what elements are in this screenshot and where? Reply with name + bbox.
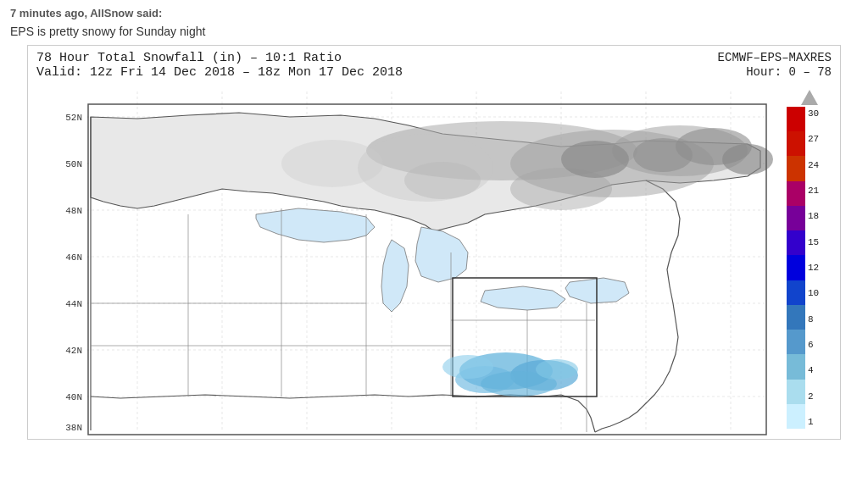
svg-point-39 xyxy=(561,141,629,178)
svg-text:44N: 44N xyxy=(65,299,82,309)
legend-block-27 xyxy=(787,131,805,156)
chart-valid-row: Valid: 12z Fri 14 Dec 2018 – 18z Mon 17 … xyxy=(36,65,832,80)
chart-hour: Hour: 0 – 78 xyxy=(746,65,832,79)
svg-text:42N: 42N xyxy=(65,346,82,356)
legend-area: 30 27 24 21 18 15 12 10 8 6 4 2 xyxy=(781,83,840,439)
svg-text:50N: 50N xyxy=(65,159,82,169)
legend-label-30: 30 xyxy=(808,108,819,119)
svg-text:38N: 38N xyxy=(65,423,82,433)
chart-container: 78 Hour Total Snowfall (in) – 10:1 Ratio… xyxy=(27,45,841,440)
svg-point-50 xyxy=(536,359,578,380)
chart-body: 52N 50N 48N 46N 44N 42N 40N 38N xyxy=(28,83,840,439)
legend-labels: 30 27 24 21 18 15 12 10 8 6 4 2 xyxy=(808,107,819,429)
chart-title: 78 Hour Total Snowfall (in) – 10:1 Ratio xyxy=(36,51,342,65)
legend-label-8: 8 xyxy=(808,314,819,324)
legend-block-15 xyxy=(787,230,805,255)
svg-point-44 xyxy=(281,140,383,187)
legend-label-4: 4 xyxy=(808,365,819,375)
legend-label-27: 27 xyxy=(808,134,819,144)
post-description: EPS is pretty snowy for Sunday night xyxy=(10,25,858,38)
svg-text:48N: 48N xyxy=(65,206,82,216)
page-container: 7 minutes ago, AllSnow said: EPS is pret… xyxy=(0,0,868,488)
legend-block-21 xyxy=(787,181,805,206)
legend-label-18: 18 xyxy=(808,211,819,221)
legend-label-12: 12 xyxy=(808,263,819,273)
svg-point-49 xyxy=(442,355,493,379)
legend-block-12 xyxy=(787,255,805,280)
chart-source: ECMWF–EPS–MAXRES xyxy=(718,51,832,64)
legend-colors xyxy=(787,107,805,429)
svg-text:40N: 40N xyxy=(65,392,82,402)
svg-text:52N: 52N xyxy=(65,113,82,123)
chart-valid: Valid: 12z Fri 14 Dec 2018 – 18z Mon 17 … xyxy=(36,65,403,80)
chart-title-row: 78 Hour Total Snowfall (in) – 10:1 Ratio… xyxy=(36,51,832,65)
map-svg: 52N 50N 48N 46N 44N 42N 40N 38N xyxy=(28,83,781,439)
legend-triangle xyxy=(801,90,818,105)
legend-label-24: 24 xyxy=(808,160,819,170)
legend-label-10: 10 xyxy=(808,288,819,298)
legend-label-2: 2 xyxy=(808,391,819,402)
legend-block-10 xyxy=(787,280,805,305)
legend-block-2 xyxy=(787,380,805,404)
svg-point-42 xyxy=(722,144,773,175)
legend-label-6: 6 xyxy=(808,340,819,350)
legend-block-6 xyxy=(787,330,805,354)
legend-block-1 xyxy=(787,404,805,429)
legend-block-30 xyxy=(787,107,805,131)
legend-block-18 xyxy=(787,206,805,230)
legend-block-8 xyxy=(787,305,805,330)
legend-label-1: 1 xyxy=(808,417,819,427)
legend-color-bar: 30 27 24 21 18 15 12 10 8 6 4 2 xyxy=(787,107,832,429)
post-header: 7 minutes ago, AllSnow said: xyxy=(10,7,858,19)
legend-block-24 xyxy=(787,156,805,180)
map-area: 52N 50N 48N 46N 44N 42N 40N 38N xyxy=(28,83,781,439)
legend-block-4 xyxy=(787,354,805,379)
svg-text:46N: 46N xyxy=(65,252,82,263)
chart-header: 78 Hour Total Snowfall (in) – 10:1 Ratio… xyxy=(28,46,840,83)
legend-label-21: 21 xyxy=(808,186,819,196)
legend-label-15: 15 xyxy=(808,237,819,247)
